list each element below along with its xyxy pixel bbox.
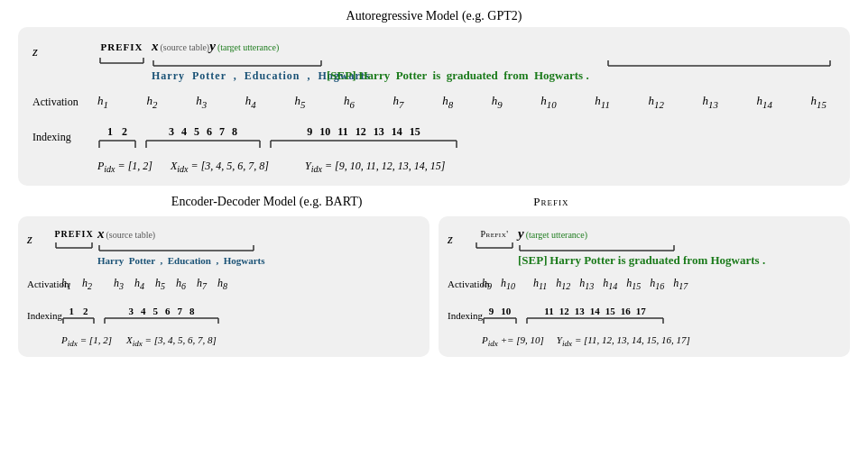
- h2: h2: [147, 94, 158, 110]
- idx-p1: 1: [107, 125, 113, 139]
- ed-h13: h13: [579, 277, 594, 291]
- ed-left-prefix-bracket: [54, 239, 94, 250]
- ed-h17: h17: [673, 277, 688, 291]
- idx-x5: 5: [194, 125, 199, 139]
- h13: h13: [703, 94, 718, 110]
- top-z-row: z PREFIX x (source table) y: [32, 34, 836, 72]
- x-tokens: Harry Potter , Education , Hogwarts: [152, 69, 323, 83]
- top-indexing-row: Indexing 1 2: [32, 117, 836, 157]
- ed-left-x-label: x: [97, 226, 105, 242]
- ed-left-idx-label: Indexing: [27, 310, 54, 321]
- h3: h3: [196, 94, 207, 110]
- h12: h12: [649, 94, 664, 110]
- h4: h4: [245, 94, 256, 110]
- idx-x4: 4: [181, 125, 187, 139]
- ed-left-x-bracket: [97, 242, 255, 252]
- h15: h15: [811, 94, 826, 110]
- ed-h14: h14: [603, 277, 617, 291]
- formula-x: Xidx = [3, 4, 5, 6, 7, 8]: [171, 160, 269, 174]
- ed-right-formula-row: Pidx += [9, 10] Yidx = [11, 12, 13, 14, …: [482, 334, 841, 350]
- h8: h8: [442, 94, 453, 110]
- ed-right-formula-y: Yidx = [11, 12, 13, 14, 15, 16, 17]: [557, 334, 690, 348]
- x-idx-bracket: [144, 139, 262, 150]
- ed-right-formula-p: Pidx += [9, 10]: [482, 334, 544, 348]
- formula-y: Yidx = [9, 10, 11, 12, 13, 14, 15]: [305, 160, 445, 174]
- idx-y10: 10: [319, 125, 330, 139]
- h14: h14: [757, 94, 772, 110]
- ed-h6: h6: [176, 277, 186, 291]
- ed-left-x8: 8: [189, 306, 195, 316]
- ed-right-y-sub: (target utterance): [526, 230, 587, 240]
- prefix-bracket: [97, 52, 146, 65]
- h11: h11: [595, 94, 610, 110]
- x-subscript: (source table): [161, 42, 210, 52]
- idx-x3: 3: [169, 125, 174, 139]
- ed-left-act-row: Activation h1 h2 h3 h4 h5 h6 h7 h8: [27, 272, 420, 296]
- ed-left-panel: z PREFIX x (source table): [18, 216, 429, 357]
- ed-right-idx-label: Indexing: [448, 310, 475, 321]
- ed-right-y-bracket: [518, 242, 676, 252]
- ed-right-p10: 10: [501, 306, 511, 316]
- ed-h2: h2: [82, 277, 92, 291]
- ed-right-p-bracket: [482, 316, 518, 325]
- ed-left-z-row: z PREFIX x (source table): [27, 222, 420, 256]
- idx-y12: 12: [356, 125, 366, 139]
- ed-h9: h9: [482, 277, 492, 291]
- ed-right-z-row: z Prefix' y (target utterance): [448, 222, 841, 256]
- h6: h6: [344, 94, 355, 110]
- ed-right-prefix-bracket: [475, 239, 514, 250]
- ed-left-z-label: z: [27, 232, 54, 247]
- ed-left-x7: 7: [178, 306, 183, 316]
- idx-p2: 2: [122, 125, 127, 139]
- ed-right-panel: z Prefix' y (target utterance): [439, 216, 850, 357]
- ed-right-y12: 12: [559, 306, 569, 316]
- h5: h5: [294, 94, 305, 110]
- ed-left-idx-row: Indexing 1 2: [27, 297, 420, 334]
- prefix-idx-bracket: [97, 139, 137, 150]
- ed-left-p2: 2: [83, 306, 88, 316]
- y-idx-bracket: [269, 139, 458, 150]
- ed-right-z-label: z: [448, 232, 475, 247]
- ed-left-x3: 3: [129, 306, 134, 316]
- ed-left-formula-row: Pidx = [1, 2] Xidx = [3, 4, 5, 6, 7, 8]: [61, 334, 420, 350]
- ed-right-y14: 14: [590, 306, 600, 316]
- ed-right-idx-row: Indexing 9 10: [448, 297, 841, 334]
- top-activation-row: Activation h1 h2 h3 h4 h5 h6 h7 h8 h9 h1…: [32, 88, 836, 115]
- encoder-decoder-section: z PREFIX x (source table): [18, 216, 850, 357]
- ed-left-token-row: Harry Potter , Education , Hogwarts: [27, 252, 420, 269]
- ed-h4: h4: [134, 277, 144, 291]
- sep-token: [SEP] Harry Potter is graduated from Hog…: [327, 69, 589, 83]
- ed-h8: h8: [217, 277, 227, 291]
- indexing-label: Indexing: [32, 131, 71, 143]
- ed-right-p9: 9: [489, 306, 494, 316]
- ed-h1: h1: [61, 277, 71, 291]
- ed-right-tokens: [SEP] Harry Potter is graduated from Hog…: [518, 253, 765, 268]
- ed-left-p1: 1: [69, 306, 75, 316]
- ed-left-x-sub: (source table): [106, 230, 156, 240]
- ed-left-act-label: Activation: [27, 279, 54, 289]
- top-token-row: Harry Potter , Education , Hogwarts [SEP…: [32, 67, 836, 85]
- ed-right-y15: 15: [605, 306, 615, 316]
- prefix-label: PREFIX: [101, 41, 143, 52]
- top-title: Autoregressive Model (e.g. GPT2): [18, 9, 850, 23]
- ed-h3: h3: [114, 277, 124, 291]
- idx-y15: 15: [410, 125, 420, 139]
- idx-y13: 13: [374, 125, 384, 139]
- ed-left-x6: 6: [165, 306, 171, 316]
- ed-left-formula-x: Xidx = [3, 4, 5, 6, 7, 8]: [126, 334, 217, 348]
- idx-y11: 11: [337, 125, 347, 139]
- y-subscript: (target utterance): [217, 42, 279, 52]
- ed-right-act-row: Activation h9 h10 h11 h12 h13 h14 h15 h1…: [448, 272, 841, 296]
- ed-right-y-bracket-idx: [525, 316, 665, 325]
- y-bracket-top: [606, 55, 832, 68]
- ed-right-prefix-label: Prefix': [480, 229, 508, 239]
- ed-h16: h16: [650, 277, 664, 291]
- bottom-title: Encoder-Decoder Model (e.g. BART): [18, 195, 515, 209]
- idx-x6: 6: [207, 125, 212, 139]
- ed-right-y17: 17: [636, 306, 646, 316]
- activation-label: Activation: [32, 96, 78, 108]
- ed-right-y11: 11: [544, 306, 553, 316]
- x-label: x: [152, 39, 159, 54]
- formula-p: Pidx = [1, 2]: [97, 160, 152, 174]
- ed-right-y16: 16: [621, 306, 631, 316]
